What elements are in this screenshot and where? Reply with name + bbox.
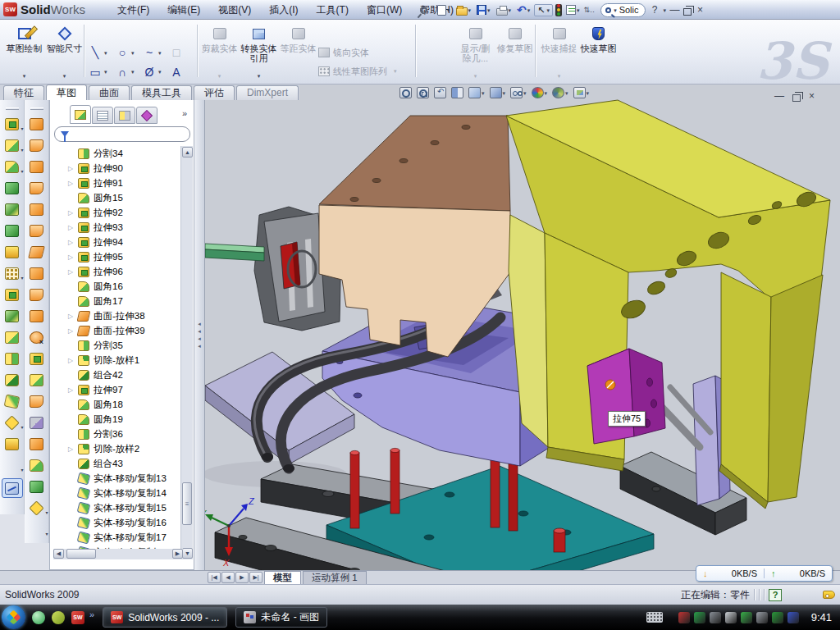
surfaces-toolbar-button[interactable]: ▾ bbox=[27, 521, 47, 538]
features-toolbar-button[interactable] bbox=[2, 308, 22, 325]
expander-icon[interactable]: ▷ bbox=[68, 209, 78, 217]
tree-item[interactable]: 实体-移动/复制15 bbox=[52, 500, 183, 515]
tree-item[interactable]: ▷拉伸94 bbox=[52, 235, 183, 249]
open-button[interactable]: ▾ bbox=[454, 4, 473, 16]
sketch-draw-button[interactable]: 草图绘制▾ bbox=[5, 23, 43, 81]
manager-tab-feature-tree[interactable] bbox=[70, 105, 91, 124]
surfaces-toolbar-button[interactable] bbox=[27, 116, 47, 133]
expander-icon[interactable]: ▷ bbox=[68, 165, 78, 172]
scroll-thumb[interactable]: ≡ bbox=[182, 482, 192, 525]
sketch-entity-button[interactable]: Ø▾ bbox=[141, 66, 168, 78]
features-toolbar-button[interactable]: ▾ bbox=[2, 414, 22, 431]
features-toolbar-button[interactable] bbox=[2, 372, 22, 389]
tray-icon[interactable] bbox=[710, 612, 721, 623]
surfaces-toolbar-button[interactable]: ▾ bbox=[27, 500, 47, 517]
tree-item[interactable]: ▷拉伸91 bbox=[52, 176, 183, 190]
dropdown-icon[interactable]: ▾ bbox=[545, 90, 548, 96]
tray-icon[interactable] bbox=[756, 612, 768, 623]
close-button[interactable]: × bbox=[694, 2, 706, 17]
part-side-core-block[interactable] bbox=[587, 349, 665, 444]
view-orientation-button[interactable]: ▾ bbox=[468, 87, 485, 98]
dropdown-icon[interactable]: ▾ bbox=[104, 50, 107, 56]
tree-item[interactable]: 分割35 bbox=[52, 338, 183, 353]
tree-item[interactable]: 圆角18 bbox=[52, 397, 183, 412]
features-toolbar-button[interactable]: ▾ bbox=[2, 265, 22, 282]
tree-item[interactable]: 实体-移动/复制14 bbox=[52, 486, 183, 500]
tray-icon[interactable] bbox=[741, 612, 752, 623]
dropdown-icon[interactable]: ▾ bbox=[565, 90, 568, 96]
dropdown-icon[interactable]: ▾ bbox=[45, 510, 48, 515]
tree-item[interactable]: ▷曲面-拉伸39 bbox=[52, 323, 183, 338]
doc-restore-button[interactable] bbox=[792, 94, 801, 102]
pin-icon[interactable] bbox=[418, 5, 429, 16]
tab-motion-study[interactable]: 运动算例 1 bbox=[303, 571, 367, 584]
tree-item[interactable]: ▷拉伸93 bbox=[52, 220, 183, 235]
tray-icon[interactable] bbox=[788, 612, 799, 623]
rebuild-icon[interactable] bbox=[555, 4, 562, 16]
features-toolbar-button[interactable] bbox=[2, 329, 22, 346]
tray-icon[interactable] bbox=[694, 612, 705, 623]
surfaces-toolbar-button[interactable] bbox=[27, 329, 47, 346]
tree-item[interactable]: ▷拉伸92 bbox=[52, 205, 183, 220]
tree-item[interactable]: ▷切除-放样1 bbox=[52, 353, 183, 368]
features-toolbar-button[interactable] bbox=[2, 222, 22, 240]
surfaces-toolbar-button[interactable] bbox=[27, 350, 47, 368]
manager-tab-configuration-manager[interactable] bbox=[114, 107, 135, 124]
tree-item[interactable]: ▷拉伸95 bbox=[52, 249, 183, 264]
zoom-fit-button[interactable] bbox=[399, 87, 412, 98]
dropdown-icon[interactable]: ▾ bbox=[131, 50, 135, 56]
tray-icon[interactable] bbox=[772, 612, 783, 623]
scroll-thumb-horizontal[interactable] bbox=[66, 549, 96, 559]
dropdown-icon[interactable]: ▾ bbox=[21, 126, 23, 131]
print-button[interactable]: ▾ bbox=[495, 4, 514, 16]
surfaces-toolbar-button[interactable] bbox=[27, 414, 47, 431]
tree-item[interactable]: 圆角19 bbox=[52, 412, 183, 427]
scroll-up-icon[interactable]: ▲ bbox=[182, 147, 193, 158]
expander-icon[interactable]: ▷ bbox=[68, 180, 78, 187]
features-toolbar-button[interactable] bbox=[2, 393, 22, 410]
status-help-icon[interactable]: ? bbox=[769, 589, 782, 601]
tag-icon[interactable] bbox=[823, 591, 835, 599]
surfaces-toolbar-button[interactable] bbox=[27, 372, 47, 389]
quick-launch-solidworks-icon[interactable]: SW bbox=[71, 611, 84, 624]
rapid-sketch-button[interactable]: 快速草图 bbox=[579, 23, 618, 81]
convert-entities-button[interactable]: 转换实体引用▾ bbox=[240, 23, 278, 81]
surfaces-toolbar-button[interactable] bbox=[27, 201, 47, 218]
tree-item[interactable]: 圆角16 bbox=[52, 279, 183, 294]
apply-scene-button[interactable]: ▾ bbox=[552, 87, 568, 98]
doc-close-button[interactable]: × bbox=[809, 89, 815, 103]
tree-item[interactable]: 组合43 bbox=[52, 456, 183, 471]
viewport-3d-model[interactable]: Y Z X bbox=[205, 84, 840, 570]
tree-item[interactable]: 分割36 bbox=[52, 427, 183, 441]
tree-item[interactable]: ▷拉伸96 bbox=[52, 264, 183, 279]
tree-item[interactable]: ▷切除-放样2 bbox=[52, 441, 183, 456]
tree-item[interactable]: 实体-移动/复制17 bbox=[52, 530, 183, 545]
dropdown-icon[interactable]: ▾ bbox=[482, 90, 485, 96]
dropdown-icon[interactable]: ▾ bbox=[21, 276, 23, 281]
expander-icon[interactable]: ▷ bbox=[68, 445, 78, 453]
expander-icon[interactable]: ▷ bbox=[68, 239, 78, 246]
sketch-entity-button[interactable]: ▭▾ bbox=[87, 66, 114, 78]
expander-icon[interactable]: ▷ bbox=[68, 386, 78, 394]
features-toolbar-button[interactable]: ▾ bbox=[2, 158, 22, 176]
surfaces-toolbar-button[interactable] bbox=[27, 478, 47, 495]
search-input[interactable]: Solic bbox=[619, 5, 639, 15]
features-toolbar-button[interactable] bbox=[2, 201, 22, 218]
sketch-entity-button[interactable]: ╲▾ bbox=[87, 47, 114, 58]
dropdown-icon[interactable]: ▾ bbox=[45, 532, 48, 536]
dropdown-icon[interactable]: ▾ bbox=[523, 90, 527, 96]
surfaces-toolbar-button[interactable] bbox=[27, 393, 47, 410]
scroll-left-icon[interactable]: ◀ bbox=[53, 549, 64, 559]
tree-filter-input[interactable] bbox=[54, 126, 190, 142]
restore-button[interactable] bbox=[683, 8, 692, 16]
dropdown-icon[interactable]: ▾ bbox=[587, 90, 590, 96]
dropdown-icon[interactable]: ▾ bbox=[131, 69, 135, 75]
sketch-entity-button[interactable]: ∩▾ bbox=[114, 66, 141, 78]
features-toolbar-button[interactable]: ▾ bbox=[2, 137, 22, 154]
surfaces-toolbar-button[interactable] bbox=[27, 180, 47, 197]
tree-item[interactable]: 圆角17 bbox=[52, 294, 183, 308]
dropdown-icon[interactable]: ▾ bbox=[158, 69, 162, 75]
tab-模具工具[interactable]: 模具工具 bbox=[131, 85, 192, 100]
tree-item[interactable]: 实体-移动/复制16 bbox=[52, 515, 183, 530]
hide-show-items-button[interactable]: ▾ bbox=[510, 87, 527, 98]
